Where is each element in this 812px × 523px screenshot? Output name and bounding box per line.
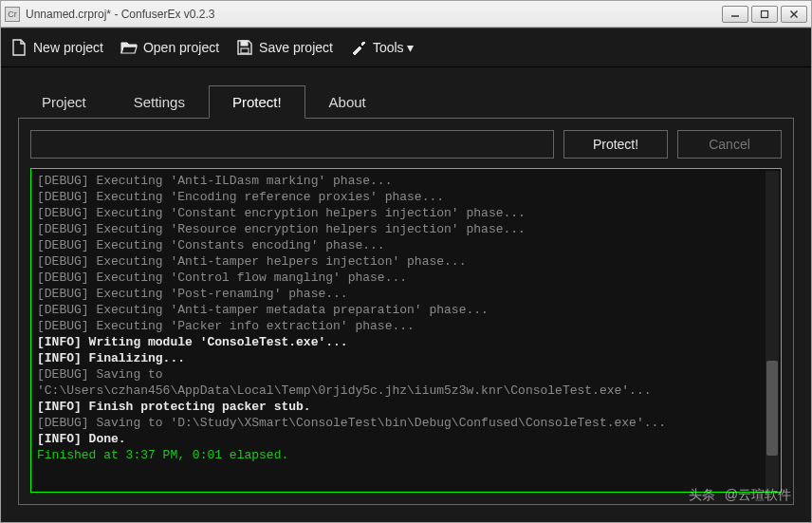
log-line: [DEBUG] Executing 'Anti-tamper helpers i… — [37, 253, 775, 270]
svg-rect-4 — [241, 41, 248, 46]
log-content: [DEBUG] Executing 'Anti-ILDasm marking' … — [31, 169, 781, 467]
app-icon: Cr — [5, 7, 20, 22]
log-line: [INFO] Finish protecting packer stub. — [37, 399, 775, 415]
svg-rect-1 — [762, 10, 768, 17]
tools-label: Tools ▾ — [373, 40, 415, 55]
log-line: [DEBUG] Executing 'Anti-tamper metadata … — [37, 302, 775, 318]
log-line: [DEBUG] Executing 'Resource encryption h… — [37, 221, 775, 237]
log-output: [DEBUG] Executing 'Anti-ILDasm marking' … — [30, 168, 782, 493]
tabs: Project Settings Protect! About — [1, 67, 811, 118]
log-line: Finished at 3:37 PM, 0:01 elapsed. — [37, 447, 775, 463]
tab-project[interactable]: Project — [18, 85, 110, 118]
tab-settings[interactable]: Settings — [110, 85, 209, 118]
log-line: [DEBUG] Saving to 'C:\Users\czhan456\App… — [37, 366, 775, 399]
tab-protect[interactable]: Protect! — [209, 85, 305, 119]
cancel-button[interactable]: Cancel — [677, 130, 782, 159]
progress-bar — [30, 130, 554, 159]
scrollbar[interactable] — [766, 171, 779, 490]
open-project-label: Open project — [143, 40, 219, 55]
scroll-thumb[interactable] — [766, 361, 778, 456]
save-project-button[interactable]: Save project — [236, 39, 333, 56]
maximize-button[interactable] — [751, 6, 778, 23]
tools-button[interactable]: Tools ▾ — [350, 39, 415, 56]
log-line: [DEBUG] Executing 'Constants encoding' p… — [37, 237, 775, 253]
log-line: [DEBUG] Executing 'Post-renaming' phase.… — [37, 286, 775, 302]
log-line: [DEBUG] Saving to 'D:\Study\XSmart\Conso… — [37, 415, 775, 431]
protect-button[interactable]: Protect! — [563, 130, 668, 159]
tools-icon — [350, 39, 367, 56]
protect-panel: Protect! Cancel [DEBUG] Executing 'Anti-… — [18, 118, 794, 505]
close-button[interactable] — [781, 6, 807, 23]
log-line: [INFO] Done. — [37, 431, 775, 447]
action-row: Protect! Cancel — [30, 130, 782, 159]
log-line: [DEBUG] Executing 'Control flow mangling… — [37, 270, 775, 286]
document-icon — [10, 39, 28, 56]
log-line: [DEBUG] Executing 'Anti-ILDasm marking' … — [37, 173, 775, 189]
log-line: [INFO] Finalizing... — [37, 350, 775, 366]
save-icon — [236, 39, 253, 56]
window-controls — [722, 6, 807, 23]
save-project-label: Save project — [259, 40, 333, 55]
new-project-button[interactable]: New project — [10, 39, 103, 56]
log-line: [DEBUG] Executing 'Constant encryption h… — [37, 205, 775, 221]
open-project-button[interactable]: Open project — [120, 39, 219, 56]
titlebar: Cr Unnamed.crproj* - ConfuserEx v0.2.3 — [1, 1, 811, 28]
toolbar: New project Open project Save project To… — [1, 28, 811, 67]
log-line: [DEBUG] Executing 'Encoding reference pr… — [37, 189, 775, 205]
folder-open-icon — [120, 39, 138, 56]
minimize-button[interactable] — [722, 6, 748, 23]
window-title: Unnamed.crproj* - ConfuserEx v0.2.3 — [26, 8, 722, 21]
new-project-label: New project — [33, 40, 103, 55]
app-window: Cr Unnamed.crproj* - ConfuserEx v0.2.3 N… — [0, 0, 812, 523]
log-line: [INFO] Writing module 'ConsoleTest.exe'.… — [37, 334, 775, 350]
tab-about[interactable]: About — [305, 85, 390, 118]
log-line: [DEBUG] Executing 'Packer info extractio… — [37, 318, 775, 334]
svg-rect-5 — [241, 48, 249, 53]
